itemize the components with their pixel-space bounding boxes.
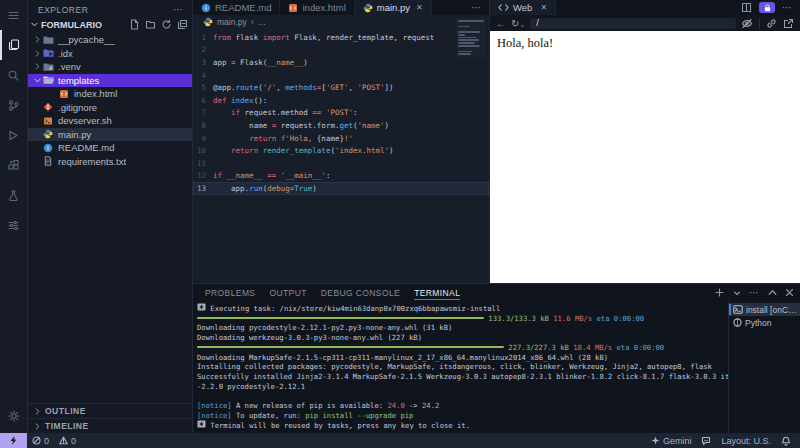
activity-bar-top xyxy=(0,0,27,240)
tab-web-preview[interactable]: Web ✕ xyxy=(490,0,556,15)
sidebar-sections: OUTLINE TIMELINE xyxy=(28,403,192,433)
tab-label: main.py xyxy=(377,2,410,13)
activity-item-explorer-icon[interactable] xyxy=(0,30,28,60)
close-icon[interactable]: ✕ xyxy=(416,3,423,12)
activity-item-testing-icon[interactable] xyxy=(0,180,28,210)
tree-item-README.md[interactable]: README.md xyxy=(28,141,192,155)
activity-item-run-debug-icon[interactable] xyxy=(0,120,28,150)
breadcrumb-file: main.py xyxy=(217,17,247,27)
browser-toolbar: ← ↻⌄ / xyxy=(490,15,800,31)
address-bar[interactable]: / xyxy=(530,18,736,29)
tree-item-main.py[interactable]: main.py xyxy=(28,128,192,142)
caret-down-icon xyxy=(733,289,741,297)
terminal-instance-Python[interactable]: Python xyxy=(729,316,800,329)
folder-open-icon xyxy=(42,75,54,85)
activity-item-extensions-icon[interactable] xyxy=(0,150,28,180)
code-line-6: 6def index(): xyxy=(193,94,489,107)
web-preview-panel: Web ✕ ⋯ ← ↻⌄ / Hola, hola! xyxy=(490,0,800,283)
terminal-instance-install-onC-[interactable]: install [onC… xyxy=(729,303,800,316)
tree-item-.venv[interactable]: .venv xyxy=(28,60,192,74)
code-line-8: 8 name = request.form.get('name') xyxy=(193,119,489,132)
line-number: 11 xyxy=(193,159,213,168)
activity-item-menu-icon[interactable] xyxy=(0,0,28,30)
line-number: 6 xyxy=(193,96,213,105)
url-text: / xyxy=(536,18,539,28)
status-sparkle-icon[interactable]: Gemini xyxy=(646,433,697,448)
tab-label: index.html xyxy=(302,2,345,13)
code-area[interactable]: 1from flask import Flask, render_templat… xyxy=(193,28,489,195)
explorer-header: EXPLORER ⋯ xyxy=(28,0,192,17)
status-layout-u-s-[interactable]: Layout: U.S. xyxy=(716,433,776,448)
html-icon xyxy=(58,89,70,99)
section-timeline[interactable]: TIMELINE xyxy=(28,418,192,433)
code-line-2: 2 xyxy=(193,44,489,57)
tree-item-devserver.sh[interactable]: devserver.sh xyxy=(28,114,192,128)
project-header[interactable]: FORMULARIO xyxy=(28,17,192,32)
panel-body: Executing task: /nix/store/kiw4min63danp… xyxy=(193,301,800,433)
status-feedback-icon[interactable] xyxy=(696,433,716,448)
status-count: 0 xyxy=(71,436,76,446)
tree-item-.idx[interactable]: .idx xyxy=(28,47,192,61)
inspect-icon xyxy=(741,18,753,29)
remote-icon[interactable] xyxy=(0,433,27,448)
line-number: 3 xyxy=(193,58,213,67)
activity-bar-bottom xyxy=(0,401,27,433)
panel-tab-problems[interactable]: PROBLEMS xyxy=(205,284,255,301)
terminal-line: Successfully installed Jinja2-3.1.4 Mark… xyxy=(197,372,728,382)
code-line-9: 9 return f'Hola, {name}!' xyxy=(193,132,489,145)
sparkle-icon xyxy=(651,436,660,445)
refresh-icon[interactable]: ↻⌄ xyxy=(511,18,525,29)
close-icon xyxy=(785,288,794,297)
breadcrumb[interactable]: main.py › … xyxy=(193,15,489,28)
status-label: Gemini xyxy=(663,436,692,446)
chevron-right-icon xyxy=(32,50,42,57)
close-icon[interactable]: ✕ xyxy=(540,3,547,12)
web-window-actions: ⋯ xyxy=(741,0,800,15)
status-bar: 00 Gemini Layout: U.S. xyxy=(0,433,800,448)
activity-item-source-control-icon[interactable] xyxy=(0,90,28,120)
tree-item-__pycache__[interactable]: __pycache__ xyxy=(28,33,192,47)
tab-overflow-icon[interactable]: ⋯ xyxy=(464,0,489,15)
status-error-icon[interactable]: 0 xyxy=(27,433,54,448)
terminal-line: -2.2.0 pycodestyle-2.12.1 xyxy=(197,382,728,392)
activity-item-gear-icon[interactable] xyxy=(0,401,28,431)
activity-item-search-icon[interactable] xyxy=(0,60,28,90)
panel-tab-terminal[interactable]: TERMINAL xyxy=(414,284,460,301)
terminal-output[interactable]: Executing task: /nix/store/kiw4min63danp… xyxy=(193,301,728,433)
terminal-line: [notice] To update, run: pip install --u… xyxy=(197,411,728,421)
panel-tab-output[interactable]: OUTPUT xyxy=(269,284,306,301)
status-warning-icon[interactable]: 0 xyxy=(54,433,81,448)
link-icon xyxy=(766,18,777,29)
status-bell-icon[interactable] xyxy=(776,433,796,448)
section-outline[interactable]: OUTLINE xyxy=(28,403,192,418)
tab-main.py[interactable]: main.py ✕ xyxy=(355,0,432,15)
error-icon xyxy=(32,436,41,445)
activity-item-tune-icon[interactable] xyxy=(0,210,28,240)
more-actions-icon[interactable]: ⋯ xyxy=(173,4,184,15)
breadcrumb-separator: › xyxy=(251,17,254,27)
tree-item-requirements.txt[interactable]: requirements.txt xyxy=(28,155,192,169)
panel-tab-debug-console[interactable]: DEBUG CONSOLE xyxy=(321,284,400,301)
tab-index.html[interactable]: index.html xyxy=(280,0,354,15)
code-tag-icon xyxy=(498,3,509,12)
idx-folder-icon xyxy=(42,48,54,58)
code-line-11: 11 xyxy=(193,157,489,170)
status-label: Layout: U.S. xyxy=(721,436,771,446)
web-tab-row: Web ✕ ⋯ xyxy=(490,0,800,15)
tree-item-label: devserver.sh xyxy=(58,115,112,126)
task-icon xyxy=(197,420,206,428)
tree-item-index.html[interactable]: index.html xyxy=(28,87,192,101)
chevron-right-icon xyxy=(34,408,41,415)
warning-icon xyxy=(59,436,68,445)
back-icon[interactable]: ← xyxy=(496,18,506,29)
chevron-right-icon xyxy=(32,63,42,70)
lock-icon[interactable] xyxy=(759,2,775,13)
tree-item-templates[interactable]: templates xyxy=(28,74,192,88)
tab-README.md[interactable]: README.md xyxy=(193,0,280,15)
terminal-line: Installing collected packages: pycodesty… xyxy=(197,362,728,372)
refresh-icon xyxy=(161,19,172,30)
terminal-line: Downloading MarkupSafe-2.1.5-cp311-cp311… xyxy=(197,353,728,363)
tree-item-.gitignore[interactable]: .gitignore xyxy=(28,101,192,115)
tree-item-label: .venv xyxy=(58,61,81,72)
minimap[interactable] xyxy=(456,18,486,58)
